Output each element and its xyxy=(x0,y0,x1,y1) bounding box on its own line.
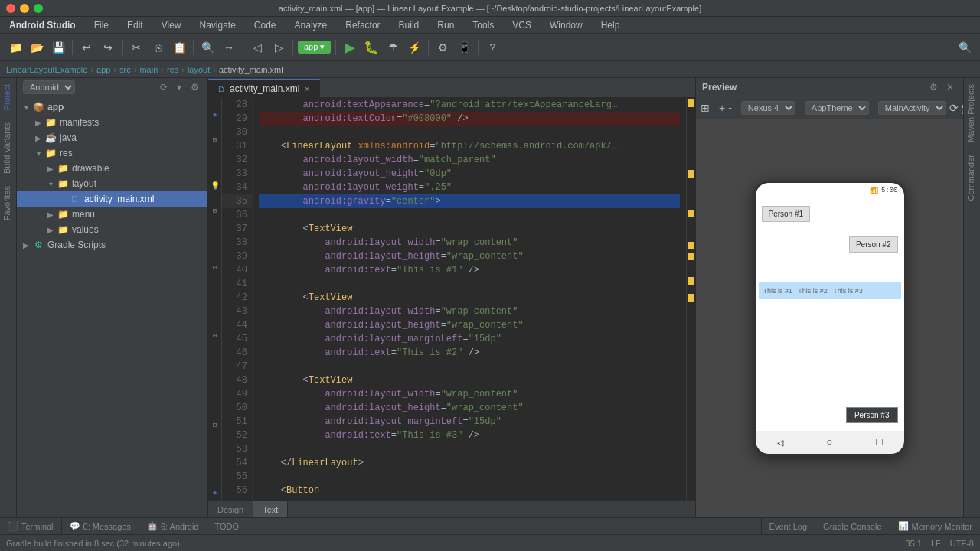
gutter-56[interactable]: ⊟ xyxy=(208,419,222,432)
android-scope-dropdown[interactable]: Android xyxy=(23,80,75,94)
breadcrumb-res[interactable]: res xyxy=(167,65,178,74)
commander-tab[interactable]: Commander xyxy=(964,148,980,207)
preview-zoom-out[interactable]: - xyxy=(728,99,732,116)
preview-zoom-fit[interactable]: ⊞ xyxy=(701,99,710,116)
debug-button[interactable]: 🐛 xyxy=(362,39,381,56)
tab-close-button[interactable]: ✕ xyxy=(304,85,310,93)
tab-label: activity_main.xml xyxy=(230,83,299,94)
avd-button[interactable]: 📱 xyxy=(455,39,473,56)
tree-item-layout[interactable]: ▾ 📁 layout xyxy=(17,176,207,191)
theme-dropdown[interactable]: AppTheme xyxy=(805,101,869,115)
text-tab[interactable]: Text xyxy=(253,501,288,518)
editor-tab-activity-main[interactable]: 🗋 activity_main.xml ✕ xyxy=(208,79,320,97)
menu-view[interactable]: View xyxy=(158,18,185,32)
preview-settings-button[interactable]: ⚙ xyxy=(926,80,940,94)
forward-button[interactable]: ▷ xyxy=(270,39,288,56)
menu-build[interactable]: Build xyxy=(396,18,423,32)
tree-item-gradle[interactable]: ▶ ⚙ Gradle Scripts xyxy=(17,237,207,253)
project-tab[interactable]: Project xyxy=(0,78,16,116)
undo-button[interactable]: ↩ xyxy=(77,39,96,56)
android-tab[interactable]: 🤖 6: Android xyxy=(139,518,207,535)
gradle-console-tab[interactable]: Gradle Console xyxy=(815,518,889,535)
minimize-button[interactable] xyxy=(20,4,29,13)
menu-window[interactable]: Window xyxy=(547,18,586,32)
save-button[interactable]: 💾 xyxy=(49,39,67,56)
menu-navigate[interactable]: Navigate xyxy=(196,18,238,32)
tree-item-manifests[interactable]: ▶ 📁 manifests xyxy=(17,115,207,130)
cut-button[interactable]: ✂ xyxy=(127,39,145,56)
menu-file[interactable]: File xyxy=(91,18,112,32)
expand-icon: ▾ xyxy=(44,180,57,188)
tree-item-drawable[interactable]: ▶ 📁 drawable xyxy=(17,161,207,176)
copy-button[interactable]: ⎘ xyxy=(149,39,167,56)
new-project-button[interactable]: 📁 xyxy=(6,39,24,56)
gutter-31[interactable]: ⊟ xyxy=(208,133,222,147)
tree-item-res[interactable]: ▾ 📁 res xyxy=(17,145,207,161)
folder-icon: 📁 xyxy=(57,223,69,236)
menu-code[interactable]: Code xyxy=(251,18,279,32)
activity-dropdown[interactable]: MainActivity xyxy=(878,101,946,115)
sync-button[interactable]: ⟳ xyxy=(157,80,171,94)
profile-button[interactable]: ⚡ xyxy=(405,39,423,56)
close-button[interactable] xyxy=(6,4,15,13)
menu-tools[interactable]: Tools xyxy=(469,18,497,32)
run-config-dropdown[interactable]: app ▾ xyxy=(298,41,331,54)
design-tab[interactable]: Design xyxy=(208,501,253,518)
replace-button[interactable]: ↔ xyxy=(220,39,238,56)
memory-monitor-tab[interactable]: 📊 Memory Monitor xyxy=(890,518,980,535)
sidebar-settings-button[interactable]: ⚙ xyxy=(188,80,201,94)
back-button[interactable]: ◁ xyxy=(248,39,266,56)
tree-item-app[interactable]: ▾ 📦 app xyxy=(17,99,207,115)
preview-zoom-in[interactable]: + xyxy=(719,99,725,116)
tree-item-menu[interactable]: ▶ 📁 menu xyxy=(17,207,207,222)
android-icon: 🤖 xyxy=(147,521,158,531)
gutter-32 xyxy=(208,147,222,158)
gutter-60 xyxy=(208,465,222,476)
redo-button[interactable]: ↪ xyxy=(99,39,117,56)
preview-refresh-button[interactable]: ⟳ xyxy=(949,99,959,116)
breadcrumb-file[interactable]: activity_main.xml xyxy=(219,65,283,74)
breadcrumb-project[interactable]: LinearLayoutExample xyxy=(6,65,87,74)
gutter-48[interactable]: ⊟ xyxy=(208,329,222,343)
menu-help[interactable]: Help xyxy=(598,18,623,32)
tree-item-values[interactable]: ▶ 📁 values xyxy=(17,222,207,237)
preview-panel: Preview ⚙ ✕ ⊞ + - Nexus 4 AppTheme MainA… xyxy=(695,78,963,517)
maven-projects-tab[interactable]: Maven Projects xyxy=(964,78,980,148)
menu-edit[interactable]: Edit xyxy=(124,18,146,32)
breadcrumb-app[interactable]: app xyxy=(96,65,110,74)
favorites-tab[interactable]: Favorites xyxy=(0,180,16,227)
code-area[interactable]: android:textAppearance="?android:attr/te… xyxy=(253,98,686,500)
run-button[interactable]: ▶ xyxy=(341,39,359,56)
widget-linear-layout: This is #1 This is #2 This is #3 xyxy=(759,282,901,299)
menu-run[interactable]: Run xyxy=(434,18,457,32)
gutter-29[interactable]: ● xyxy=(208,109,222,122)
coverage-button[interactable]: ☂ xyxy=(384,39,402,56)
todo-tab[interactable]: TODO xyxy=(207,518,248,535)
device-dropdown[interactable]: Nexus 4 xyxy=(741,101,795,115)
build-variants-tab[interactable]: Build Variants xyxy=(0,116,16,180)
menu-refactor[interactable]: Refactor xyxy=(342,18,383,32)
messages-tab[interactable]: 💬 0: Messages xyxy=(62,518,139,535)
sdk-manager-button[interactable]: ⚙ xyxy=(433,39,452,56)
breadcrumb-main[interactable]: main xyxy=(139,65,158,74)
terminal-tab[interactable]: ⬛ Terminal xyxy=(0,518,62,535)
help-button[interactable]: ? xyxy=(483,39,501,56)
menu-android-studio[interactable]: Android Studio xyxy=(6,18,79,32)
find-button[interactable]: 🔍 xyxy=(198,39,217,56)
menu-vcs[interactable]: VCS xyxy=(509,18,534,32)
search-everywhere-button[interactable]: 🔍 xyxy=(956,39,974,56)
tree-item-java[interactable]: ▶ ☕ java xyxy=(17,130,207,145)
breadcrumb-src[interactable]: src xyxy=(119,65,131,74)
gutter-41 xyxy=(208,250,222,261)
collapse-all-button[interactable]: ▾ xyxy=(172,80,186,94)
tree-item-activity-main[interactable]: 🗋 activity_main.xml xyxy=(17,191,207,207)
paste-button[interactable]: 📋 xyxy=(170,39,188,56)
breadcrumb-layout[interactable]: layout xyxy=(188,65,210,74)
open-button[interactable]: 📂 xyxy=(28,39,46,56)
event-log-tab[interactable]: Event Log xyxy=(761,518,815,535)
preview-close-button[interactable]: ✕ xyxy=(943,80,957,94)
maximize-button[interactable] xyxy=(34,4,43,13)
gutter-42[interactable]: ⊟ xyxy=(208,261,222,275)
gutter-37[interactable]: ⊟ xyxy=(208,204,222,218)
menu-analyze[interactable]: Analyze xyxy=(292,18,331,32)
